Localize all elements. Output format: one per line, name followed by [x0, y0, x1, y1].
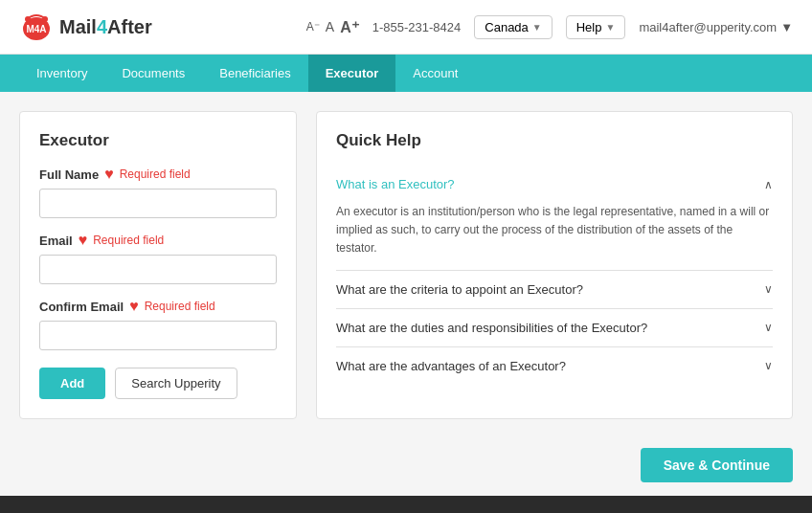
quick-help-title: Quick Help: [336, 131, 773, 150]
nav-bar: Inventory Documents Beneficiaries Execut…: [0, 55, 812, 92]
confirm-email-group: Confirm Email ♥ Required field: [39, 298, 277, 350]
nav-item-executor[interactable]: Executor: [308, 55, 396, 92]
top-right-controls: A⁻ A A⁺ 1-855-231-8424 Canada ▼ Help ▼ m…: [306, 15, 793, 39]
save-row: Save & Continue: [0, 438, 812, 496]
logo-icon: M4A: [19, 10, 54, 44]
save-continue-button[interactable]: Save & Continue: [641, 448, 793, 482]
font-mid-btn[interactable]: A: [326, 19, 334, 34]
full-name-required-text: Required field: [120, 167, 191, 181]
user-menu-caret: ▼: [780, 20, 793, 34]
top-bar: M4A Mail4After A⁻ A A⁺ 1-855-231-8424 Ca…: [0, 0, 812, 55]
faq-caret-3: ∨: [764, 359, 773, 372]
faq-caret-2: ∨: [764, 321, 773, 334]
footer: HOME ABOUT CONTACT HELP CENTRE BLOG AFFI…: [0, 496, 812, 513]
confirm-email-input[interactable]: [39, 321, 277, 350]
email-group: Email ♥ Required field: [39, 232, 277, 284]
email-required-text: Required field: [93, 234, 164, 247]
faq-question-2[interactable]: What are the duties and responsibilities…: [336, 309, 773, 346]
phone-number: 1-855-231-8424: [372, 20, 462, 34]
confirm-email-label: Confirm Email ♥ Required field: [39, 298, 277, 315]
add-button[interactable]: Add: [39, 368, 105, 399]
help-dropdown[interactable]: Help ▼: [566, 15, 626, 39]
faq-caret-0: ∧: [764, 178, 773, 191]
svg-text:M4A: M4A: [26, 24, 46, 34]
faq-question-0[interactable]: What is an Executor? ∧: [336, 166, 773, 203]
faq-item-3: What are the advantages of an Executor? …: [336, 347, 773, 385]
user-menu[interactable]: mail4after@upperity.com ▼: [639, 20, 793, 34]
email-input[interactable]: [39, 255, 277, 284]
full-name-required-icon: ♥: [104, 166, 114, 183]
nav-item-inventory[interactable]: Inventory: [19, 55, 104, 92]
faq-question-text-3: What are the advantages of an Executor?: [336, 359, 566, 373]
faq-item-0: What is an Executor? ∧ An executor is an…: [336, 166, 773, 271]
full-name-group: Full Name ♥ Required field: [39, 166, 277, 218]
faq-question-1[interactable]: What are the criteria to appoint an Exec…: [336, 271, 773, 308]
faq-question-text-1: What are the criteria to appoint an Exec…: [336, 282, 583, 297]
faq-item-1: What are the criteria to appoint an Exec…: [336, 271, 773, 309]
faq-caret-1: ∨: [764, 282, 773, 296]
faq-question-text-0: What is an Executor?: [336, 177, 455, 191]
font-small-btn[interactable]: A⁻: [306, 20, 320, 33]
full-name-input[interactable]: [39, 189, 277, 218]
nav-item-beneficiaries[interactable]: Beneficiaries: [202, 55, 307, 92]
faq-answer-0: An executor is an institution/person who…: [336, 203, 773, 270]
faq-item-2: What are the duties and responsibilities…: [336, 309, 773, 347]
faq-question-3[interactable]: What are the advantages of an Executor? …: [336, 347, 773, 385]
help-dropdown-caret: ▼: [605, 22, 615, 33]
font-large-btn[interactable]: A⁺: [340, 18, 359, 36]
app-name: Mail4After: [59, 16, 152, 38]
logo: M4A Mail4After: [19, 10, 152, 44]
font-size-controls: A⁻ A A⁺: [306, 18, 359, 36]
main-content: Executor Full Name ♥ Required field Emai…: [0, 92, 812, 438]
executor-panel: Executor Full Name ♥ Required field Emai…: [19, 111, 297, 419]
nav-item-documents[interactable]: Documents: [104, 55, 202, 92]
email-label: Email ♥ Required field: [39, 232, 277, 249]
quick-help-panel: Quick Help What is an Executor? ∧ An exe…: [316, 111, 793, 419]
nav-item-account[interactable]: Account: [395, 55, 475, 92]
search-upperity-button[interactable]: Search Upperity: [115, 368, 237, 399]
executor-btn-group: Add Search Upperity: [39, 368, 277, 399]
email-required-icon: ♥: [79, 232, 88, 249]
full-name-label: Full Name ♥ Required field: [39, 166, 277, 183]
confirm-email-required-text: Required field: [145, 300, 215, 313]
svg-point-2: [25, 16, 31, 22]
faq-question-text-2: What are the duties and responsibilities…: [336, 321, 647, 335]
executor-panel-title: Executor: [39, 131, 277, 150]
country-dropdown-caret: ▼: [532, 22, 542, 33]
country-dropdown[interactable]: Canada ▼: [474, 15, 552, 39]
confirm-email-required-icon: ♥: [129, 298, 139, 315]
svg-point-3: [42, 16, 48, 22]
